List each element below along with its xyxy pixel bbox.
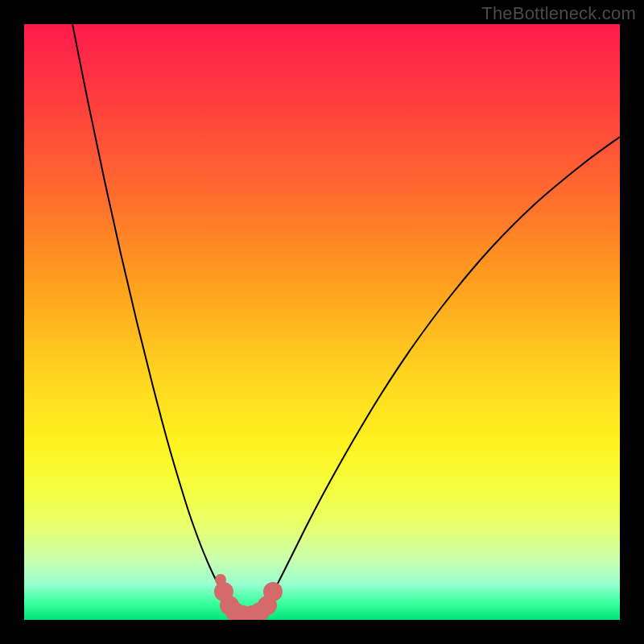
plot-area	[24, 24, 620, 620]
trough-marker-dot	[263, 582, 283, 601]
watermark-text: TheBottleneck.com	[481, 3, 636, 24]
left-curve	[72, 24, 229, 604]
chart-svg	[24, 24, 620, 620]
trough-marker-cap-dot	[215, 574, 226, 585]
chart-frame: TheBottleneck.com	[0, 0, 644, 644]
right-curve	[266, 137, 620, 604]
